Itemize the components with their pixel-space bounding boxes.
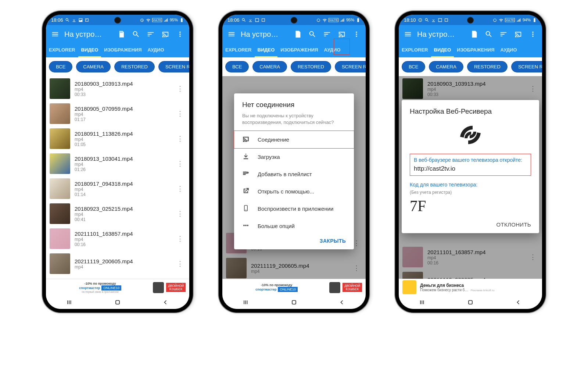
battery-pct: 94% xyxy=(523,18,531,22)
cast-button[interactable] xyxy=(160,29,171,40)
list-item[interactable]: 20180923_025215.mp4 mp4 00:41 ⋮ xyxy=(46,201,189,226)
back-button[interactable] xyxy=(338,299,345,306)
tab-bar: EXPLORER ВИДЕО ИЗОБРАЖЕНИЯ АУДИО xyxy=(46,43,189,57)
tab-images[interactable]: ИЗОБРАЖЕНИЯ xyxy=(277,43,321,57)
tab-explorer[interactable]: EXPLORER xyxy=(46,43,78,57)
cast-button[interactable] xyxy=(336,29,347,40)
chip-all[interactable]: ВСЕ xyxy=(49,61,72,72)
dialog-option-more[interactable]: Больше опций xyxy=(234,217,354,235)
cast-button[interactable] xyxy=(513,29,524,40)
option-label: Загрузка xyxy=(258,154,280,160)
dialog-option-cast[interactable]: Соединение xyxy=(234,131,354,148)
item-overflow-button[interactable]: ⋮ xyxy=(527,253,538,261)
chip-screenrec[interactable]: SCREEN REC xyxy=(335,61,366,72)
dialog-reject-button[interactable]: ОТКЛОНИТЬ xyxy=(496,221,531,228)
tab-explorer[interactable]: EXPLORER xyxy=(399,43,431,57)
tab-video[interactable]: ВИДЕО xyxy=(431,43,454,57)
recents-button[interactable] xyxy=(243,299,250,306)
dialog-option-playlist[interactable]: Добавить в плейлист xyxy=(234,165,354,183)
dialog-close-button[interactable]: ЗАКРЫТЬ xyxy=(320,238,346,244)
item-overflow-button[interactable]: ⋮ xyxy=(175,85,186,93)
chip-all[interactable]: ВСЕ xyxy=(402,61,425,72)
home-button[interactable] xyxy=(467,299,474,306)
openwith-icon xyxy=(242,187,250,196)
tab-video[interactable]: ВИДЕО xyxy=(255,43,278,57)
list-item[interactable]: 20211119_200605.mp4 mp4 ⋮ xyxy=(222,256,366,279)
sdcard-button[interactable] xyxy=(469,29,480,40)
list-item[interactable]: 20180911_113826.mp4 mp4 01:05 ⋮ xyxy=(46,126,189,151)
recents-button[interactable] xyxy=(419,299,426,306)
search-button[interactable] xyxy=(483,29,494,40)
ad-discount: -10% по промокоду xyxy=(261,283,293,287)
list-item[interactable]: 20180903_103913.mp4 mp4 00:33 ⋮ xyxy=(46,76,189,101)
list-item[interactable]: 20180917_094318.mp4 mp4 01:14 ⋮ xyxy=(46,176,189,201)
ad-banner-2[interactable]: Деньги для бизнеса Поможем бизнесу расти… xyxy=(399,279,542,296)
file-duration: 01:05 xyxy=(75,142,170,147)
chip-restored[interactable]: RESTORED xyxy=(114,61,155,72)
overflow-button[interactable] xyxy=(351,29,362,40)
back-button[interactable] xyxy=(514,299,522,306)
search-button[interactable] xyxy=(307,29,318,40)
dialog-option-openwith[interactable]: Открыть с помощью... xyxy=(234,183,354,200)
list-item[interactable]: 20211101_163857.mp4 mp4 00:16 ⋮ xyxy=(399,245,542,270)
sdcard-button[interactable] xyxy=(292,29,303,40)
tab-images[interactable]: ИЗОБРАЖЕНИЯ xyxy=(101,43,144,57)
chip-screenrec[interactable]: SCREEN REC xyxy=(511,61,542,72)
chip-restored[interactable]: RESTORED xyxy=(467,61,508,72)
menu-button[interactable] xyxy=(402,29,413,40)
file-list[interactable]: 20180903_103913.mp4 mp4 00:33 ⋮ 20180905… xyxy=(46,76,189,279)
chip-camera[interactable]: CAMERA xyxy=(252,61,287,72)
chip-screenrec[interactable]: SCREEN REC xyxy=(158,61,189,72)
item-overflow-button[interactable]: ⋮ xyxy=(351,264,362,272)
overflow-button[interactable] xyxy=(527,29,538,40)
list-item[interactable]: 20211101_163857.mp4 mp4 00:16 ⋮ xyxy=(46,226,189,251)
nav-bar xyxy=(399,296,542,309)
list-item[interactable]: 20180905_070959.mp4 mp4 01:17 ⋮ xyxy=(46,101,189,126)
item-overflow-button[interactable]: ⋮ xyxy=(175,235,186,243)
list-item[interactable]: 20180913_103041.mp4 mp4 01:26 ⋮ xyxy=(46,151,189,176)
volte-label: VoLTE xyxy=(505,18,515,22)
file-name: 20211119_200605.mp4 xyxy=(75,258,170,264)
item-overflow-button[interactable]: ⋮ xyxy=(175,185,186,193)
dialog-option-phone[interactable]: Воспроизвести в приложении xyxy=(234,200,354,217)
app-title: На устро… xyxy=(241,30,288,39)
tab-audio[interactable]: АУДИО xyxy=(144,43,167,57)
overflow-button[interactable] xyxy=(175,29,186,40)
sort-button[interactable] xyxy=(498,29,509,40)
dialog-subtitle: Вы не подключены к устройству воспроизве… xyxy=(234,113,354,131)
home-button[interactable] xyxy=(114,299,121,306)
phone-camera-notch xyxy=(114,17,121,24)
back-button[interactable] xyxy=(162,299,169,306)
recents-button[interactable] xyxy=(66,299,74,306)
chip-all[interactable]: ВСЕ xyxy=(225,61,249,72)
item-overflow-button[interactable]: ⋮ xyxy=(175,210,186,218)
chip-restored[interactable]: RESTORED xyxy=(291,61,331,72)
list-item[interactable]: 20211119_200605.mp4 mp4 ⋮ xyxy=(399,270,542,279)
item-overflow-button[interactable]: ⋮ xyxy=(175,260,186,268)
chip-camera[interactable]: CAMERA xyxy=(76,61,111,72)
item-overflow-button[interactable]: ⋮ xyxy=(527,85,538,93)
list-item[interactable]: 20211119_200605.mp4 mp4 ⋮ xyxy=(46,251,189,276)
tab-images[interactable]: ИЗОБРАЖЕНИЯ xyxy=(454,43,497,57)
tab-explorer[interactable]: EXPLORER xyxy=(222,43,255,57)
home-button[interactable] xyxy=(290,299,298,306)
sdcard-button[interactable] xyxy=(116,29,127,40)
search-button[interactable] xyxy=(130,29,141,40)
tab-video[interactable]: ВИДЕО xyxy=(78,43,101,57)
menu-button[interactable] xyxy=(50,29,61,40)
ad-sub: на первый заказ в приложении xyxy=(82,291,119,293)
item-overflow-button[interactable]: ⋮ xyxy=(175,160,186,168)
item-overflow-button[interactable]: ⋮ xyxy=(175,110,186,118)
sort-button[interactable] xyxy=(322,29,333,40)
status-time: 18:10 xyxy=(404,17,416,23)
chip-camera[interactable]: CAMERA xyxy=(429,61,463,72)
sort-button[interactable] xyxy=(145,29,156,40)
item-overflow-button[interactable]: ⋮ xyxy=(175,135,186,143)
tab-audio[interactable]: АУДИО xyxy=(497,43,520,57)
list-item[interactable]: 20180903_103913.mp4 mp4 00:33 ⋮ xyxy=(399,76,542,101)
ad-banner[interactable]: -10% по промокоду спортмастер ONLINE10 Д… xyxy=(222,279,366,296)
dialog-option-download[interactable]: Загрузка xyxy=(234,148,354,165)
app-title: На устро… xyxy=(64,30,112,39)
ad-banner[interactable]: -10% по промокоду спортмастер ONLINE10 н… xyxy=(46,279,189,296)
menu-button[interactable] xyxy=(226,29,237,40)
